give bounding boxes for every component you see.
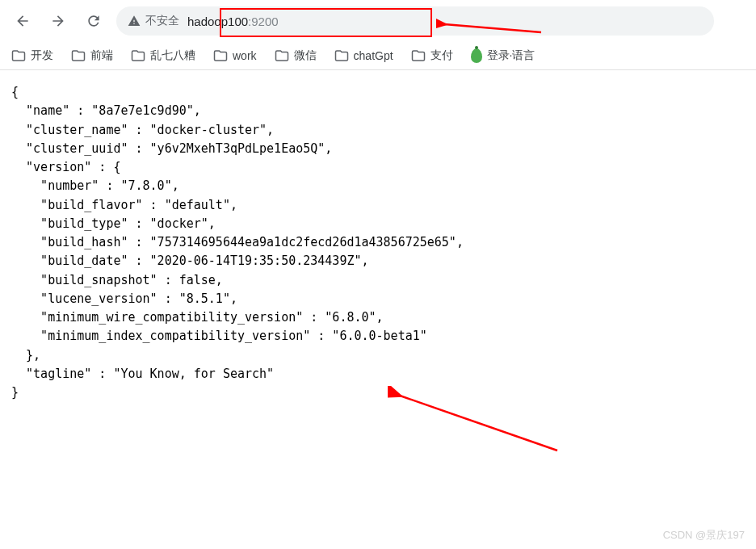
url-host: hadoop100 [187,15,248,28]
bookmark-dev[interactable]: 开发 [11,48,53,63]
security-indicator[interactable]: 不安全 [128,14,179,28]
json-text: { "name" : "8a7e7e1c9d90", "cluster_name… [11,83,745,402]
folder-icon [275,48,289,63]
bookmark-label: 登录·语言 [487,48,536,63]
bookmarks-bar: 开发 前端 乱七八糟 work 微信 chatGpt 支付 登录·语言 [0,42,756,70]
folder-icon [411,48,426,63]
bookmark-work[interactable]: work [213,48,257,63]
url-port: :9200 [248,15,279,28]
folder-icon [71,48,86,63]
security-label: 不安全 [145,14,179,28]
url-display: hadoop100:9200 [187,15,279,28]
bookmark-label: 开发 [31,48,53,63]
address-bar[interactable]: 不安全 hadoop100:9200 [116,6,714,36]
watermark: CSDN @景庆197 [663,528,745,543]
pear-icon [471,48,482,63]
bookmark-label: chatGpt [354,49,393,62]
browser-toolbar: 不安全 hadoop100:9200 [0,0,756,42]
warning-icon [128,15,141,27]
bookmark-login[interactable]: 登录·语言 [471,48,536,63]
reload-button[interactable] [81,8,107,34]
bookmark-chatgpt[interactable]: chatGpt [334,48,393,63]
bookmark-label: work [233,49,257,62]
json-response: { "name" : "8a7e7e1c9d90", "cluster_name… [0,70,756,415]
folder-icon [213,48,228,63]
bookmark-label: 乱七八糟 [150,48,195,63]
bookmark-label: 前端 [90,48,113,63]
bookmark-label: 支付 [430,48,453,63]
bookmark-misc[interactable]: 乱七八糟 [131,48,195,63]
back-button[interactable] [10,8,36,34]
bookmark-label: 微信 [294,48,317,63]
bookmark-frontend[interactable]: 前端 [71,48,113,63]
folder-icon [11,48,26,63]
bookmark-wechat[interactable]: 微信 [275,48,317,63]
bookmark-pay[interactable]: 支付 [411,48,453,63]
folder-icon [131,48,145,63]
folder-icon [334,48,349,63]
forward-button[interactable] [45,8,71,34]
